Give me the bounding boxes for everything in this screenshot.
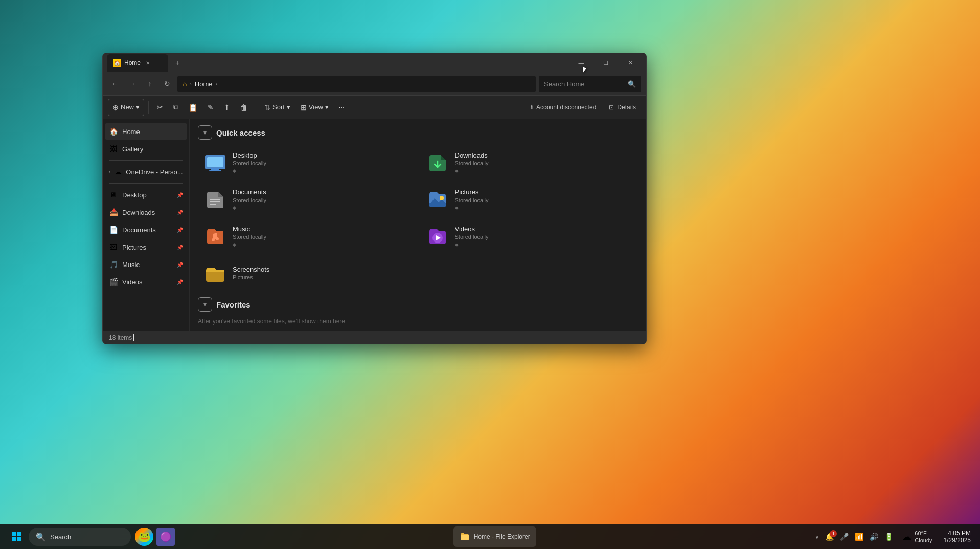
taskbar-teams-icon[interactable]: 🟣: [156, 528, 175, 546]
up-button[interactable]: ↑: [143, 77, 157, 91]
pictures-folder-name: Pictures: [455, 188, 489, 196]
tab-close-button[interactable]: ✕: [146, 60, 150, 66]
svg-rect-13: [17, 532, 21, 536]
microphone-icon[interactable]: 🎤: [839, 532, 850, 542]
volume-icon[interactable]: 🔊: [869, 532, 879, 542]
search-placeholder-text: Search Home: [544, 80, 625, 88]
quick-access-toggle-icon: ▾: [203, 129, 207, 136]
account-info-icon: ℹ: [531, 104, 533, 111]
details-button[interactable]: ⊡ Details: [604, 99, 641, 116]
taskbar-file-explorer[interactable]: Home - File Explorer: [453, 526, 536, 547]
forward-button[interactable]: →: [125, 77, 140, 91]
clock-time: 4:05 PM: [948, 530, 971, 537]
desktop-folder-pin: ◆: [233, 168, 266, 173]
desktop-pin-icon: 📌: [177, 192, 183, 198]
weather-icon: ☁: [902, 531, 911, 542]
view-button[interactable]: ⊞ View ▾: [297, 99, 333, 116]
sidebar-item-music[interactable]: 🎵 Music 📌: [105, 256, 187, 273]
music-folder-name: Music: [233, 225, 266, 233]
sidebar-item-downloads[interactable]: 📥 Downloads 📌: [105, 204, 187, 221]
sidebar-item-home[interactable]: 🏠 Home: [105, 123, 187, 140]
active-tab[interactable]: 🏠 Home ✕: [107, 54, 168, 72]
favorites-toggle[interactable]: ▾: [198, 297, 212, 312]
home-icon-address: ⌂: [183, 80, 187, 88]
downloads-folder-sub: Stored locally: [455, 160, 489, 166]
pictures-sidebar-icon: 🖼: [109, 243, 118, 252]
address-path[interactable]: ⌂ › Home ›: [177, 76, 536, 92]
taskbar-search-icon: 🔍: [36, 532, 46, 542]
gallery-sidebar-icon: 🖼: [109, 144, 118, 153]
tab-home-label: Home: [124, 59, 141, 67]
search-box[interactable]: Search Home 🔍: [539, 76, 641, 92]
clock-widget[interactable]: 4:05 PM 1/29/2025: [941, 529, 974, 545]
sidebar-separator-2: [109, 183, 183, 184]
cut-button[interactable]: ✂: [153, 99, 167, 116]
downloads-folder-info: Downloads Stored locally ◆: [455, 151, 489, 173]
sort-icon: ⇅: [264, 103, 270, 112]
new-tab-button[interactable]: +: [170, 56, 185, 70]
file-explorer-window: 🏠 Home ✕ + — ☐ ✕ ← → ↑ ↻ ⌂ › Home › Sear…: [102, 53, 647, 344]
folder-item-downloads[interactable]: Downloads Stored locally ◆: [420, 146, 639, 179]
screenshots-folder-info: Screenshots Pictures: [233, 266, 269, 280]
delete-button[interactable]: 🗑: [236, 99, 252, 116]
desktop-folder-name: Desktop: [233, 151, 266, 159]
folder-item-desktop[interactable]: Desktop Stored locally ◆: [198, 146, 416, 179]
notification-badge: 1: [830, 530, 837, 537]
quick-access-toggle[interactable]: ▾: [198, 125, 212, 140]
svg-point-7: [440, 196, 444, 200]
sidebar-item-pictures[interactable]: 🖼 Pictures 📌: [105, 239, 187, 255]
view-dropdown-icon: ▾: [325, 103, 329, 111]
path-home-label: Home: [195, 80, 213, 88]
sidebar-item-gallery[interactable]: 🖼 Gallery: [105, 141, 187, 157]
sidebar-item-videos[interactable]: 🎬 Videos 📌: [105, 274, 187, 290]
new-plus-icon: ⊕: [112, 103, 119, 112]
new-label: New: [121, 103, 134, 111]
back-button[interactable]: ←: [108, 77, 122, 91]
music-folder-pin: ◆: [233, 242, 266, 247]
folder-item-screenshots[interactable]: Screenshots Pictures: [198, 256, 416, 289]
videos-folder-info: Videos Stored locally ◆: [455, 225, 489, 247]
sidebar-onedrive[interactable]: › ☁ OneDrive - Perso...: [105, 164, 187, 180]
videos-folder-thumb: [425, 224, 450, 248]
battery-icon[interactable]: 🔋: [883, 532, 894, 542]
documents-folder-pin: ◆: [233, 205, 266, 210]
new-button[interactable]: ⊕ New ▾: [108, 99, 144, 116]
weather-widget[interactable]: ☁ 60°F Cloudy: [898, 528, 936, 546]
taskbar-search[interactable]: 🔍 Search: [29, 528, 131, 546]
search-icon[interactable]: 🔍: [628, 80, 636, 88]
copy-button[interactable]: ⧉: [169, 99, 183, 116]
pictures-folder-pin: ◆: [455, 205, 489, 210]
favorites-title: Favorites: [216, 300, 250, 309]
minimize-button[interactable]: —: [569, 55, 593, 71]
close-button[interactable]: ✕: [619, 55, 642, 71]
weather-text: 60°F Cloudy: [915, 530, 932, 544]
sidebar-desktop-label: Desktop: [122, 191, 173, 199]
favorites-hint: After you've favorited some files, we'll…: [198, 318, 638, 325]
downloads-folder-thumb: [425, 150, 450, 174]
refresh-button[interactable]: ↻: [160, 77, 174, 91]
sidebar-item-documents[interactable]: 📄 Documents 📌: [105, 222, 187, 238]
taskbar-person-icon[interactable]: 🐸: [135, 528, 153, 546]
pictures-folder-sub: Stored locally: [455, 197, 489, 203]
sidebar-item-desktop[interactable]: 🖥 Desktop 📌: [105, 187, 187, 203]
sort-dropdown-icon: ▾: [287, 103, 290, 111]
start-button[interactable]: [6, 526, 27, 547]
folder-item-documents[interactable]: Documents Stored locally ◆: [198, 183, 416, 215]
maximize-button[interactable]: ☐: [594, 55, 618, 71]
folder-item-pictures[interactable]: Pictures Stored locally ◆: [420, 183, 639, 215]
folder-item-music[interactable]: Music Stored locally ◆: [198, 219, 416, 252]
account-disconnected-button[interactable]: ℹ Account disconnected: [525, 99, 602, 116]
taskbar-search-text: Search: [50, 533, 71, 541]
content-area: 🏠 Home 🖼 Gallery › ☁ OneDrive - Perso...…: [103, 119, 646, 331]
downloads-pin-icon: 📌: [177, 210, 183, 215]
wifi-icon[interactable]: 📶: [854, 532, 864, 542]
paste-button[interactable]: 📋: [185, 99, 201, 116]
sort-button[interactable]: ⇅ Sort ▾: [260, 99, 294, 116]
rename-button[interactable]: ✎: [203, 99, 218, 116]
share-button[interactable]: ⬆: [220, 99, 234, 116]
svg-rect-15: [17, 537, 21, 541]
system-tray-arrow[interactable]: ∧: [814, 533, 820, 541]
more-button[interactable]: ···: [335, 99, 349, 116]
svg-rect-1: [207, 157, 223, 167]
folder-item-videos[interactable]: Videos Stored locally ◆: [420, 219, 639, 252]
